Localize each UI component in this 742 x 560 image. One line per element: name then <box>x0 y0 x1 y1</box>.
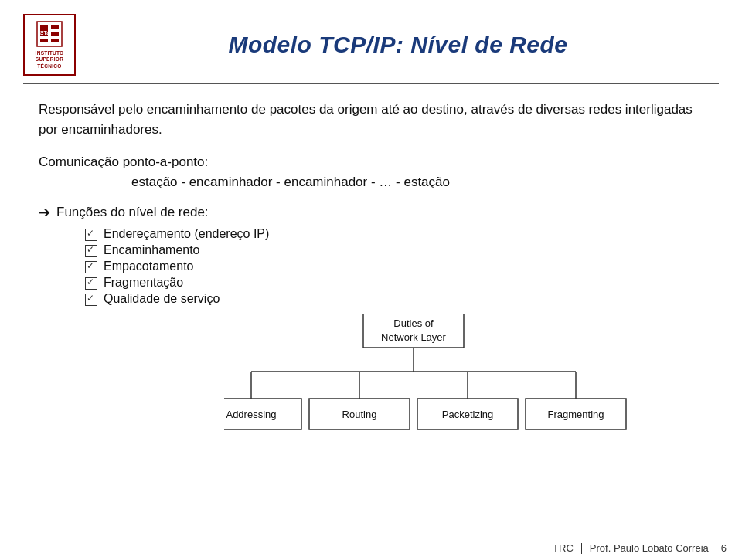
functions-list: Endereçamento (endereço IP) Encaminhamen… <box>85 227 703 306</box>
checkbox-icon <box>85 277 97 290</box>
list-item: Fragmentação <box>85 276 703 290</box>
functions-title: Funções do nível de rede: <box>56 205 209 220</box>
functions-header: ➔ Funções do nível de rede: <box>39 204 703 221</box>
ist-logo-icon: ISTa <box>36 20 63 48</box>
list-item: Qualidade de serviço <box>85 292 703 306</box>
diagram-container: Duties of Network Layer Addressing Routi… <box>39 314 703 445</box>
svg-text:Packetizing: Packetizing <box>442 409 493 420</box>
hierarchy-diagram: Duties of Network Layer Addressing Routi… <box>224 314 657 441</box>
svg-rect-3 <box>51 32 59 36</box>
function-item-3: Empacotamento <box>104 260 194 273</box>
list-item: Endereçamento (endereço IP) <box>85 227 703 241</box>
title-area: Modelo TCP/IP: Nível de Rede <box>85 32 711 58</box>
svg-text:Fragmenting: Fragmenting <box>548 409 604 420</box>
footer: TRC Prof. Paulo Lobato Correia 6 <box>553 542 727 554</box>
svg-text:Routing: Routing <box>342 409 377 420</box>
header: ISTa INSTITUTO SUPERIOR TÉCNICO Modelo T… <box>0 0 742 83</box>
checkbox-icon <box>85 229 97 241</box>
logo-box: ISTa INSTITUTO SUPERIOR TÉCNICO <box>23 14 76 76</box>
svg-text:Addressing: Addressing <box>226 409 276 420</box>
list-item: Empacotamento <box>85 260 703 273</box>
checkbox-icon <box>85 261 97 273</box>
function-item-4: Fragmentação <box>104 276 183 290</box>
content-area: Responsável pelo encaminhamento de pacot… <box>0 84 742 453</box>
function-item-2: Encaminhamento <box>104 243 200 257</box>
main-title: Modelo TCP/IP: Nível de Rede <box>85 32 711 58</box>
function-item-5: Qualidade de serviço <box>104 292 220 306</box>
function-item-1: Endereçamento (endereço IP) <box>104 227 269 241</box>
svg-rect-2 <box>51 25 59 29</box>
checkbox-icon <box>85 245 97 257</box>
footer-divider <box>581 543 582 554</box>
logo-area: ISTa INSTITUTO SUPERIOR TÉCNICO <box>23 14 85 76</box>
logo-text: INSTITUTO SUPERIOR TÉCNICO <box>36 50 64 70</box>
svg-text:ISTa: ISTa <box>39 30 49 36</box>
footer-professor: Prof. Paulo Lobato Correia <box>590 542 709 554</box>
svg-rect-4 <box>51 39 59 42</box>
footer-course: TRC <box>553 542 574 554</box>
functions-section: ➔ Funções do nível de rede: Endereçament… <box>39 204 703 306</box>
communication-label: Comunicação ponto-a-ponto: <box>39 154 703 170</box>
svg-rect-5 <box>40 39 48 42</box>
arrow-icon: ➔ <box>39 204 50 221</box>
svg-text:Network Layer: Network Layer <box>381 331 446 343</box>
footer-page: 6 <box>721 542 727 554</box>
checkbox-icon <box>85 294 97 306</box>
intro-text: Responsável pelo encaminhamento de pacot… <box>39 100 703 141</box>
communication-detail: estação - encaminhador - encaminhador - … <box>131 175 703 190</box>
svg-text:Duties of: Duties of <box>393 317 434 329</box>
list-item: Encaminhamento <box>85 243 703 257</box>
